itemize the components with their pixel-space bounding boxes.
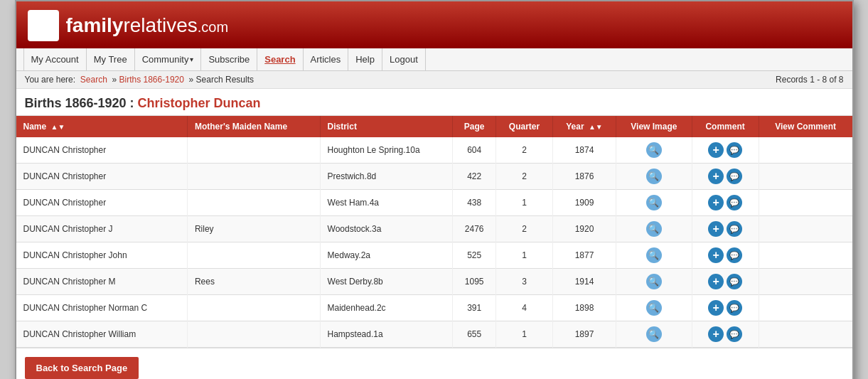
svg-rect-2	[34, 26, 41, 35]
add-comment-icon[interactable]: +	[708, 300, 724, 316]
results-table: Name ▲▼ Mother's Maiden Name District Pa…	[16, 116, 852, 348]
cell-quarter: 1	[496, 242, 552, 269]
view-image-icon[interactable]: 🔍	[646, 221, 662, 237]
cell-view-image[interactable]: 🔍	[616, 321, 692, 348]
cell-view-comment	[759, 242, 852, 269]
comment-bubble-icon[interactable]: 💬	[727, 221, 742, 237]
cell-view-image[interactable]: 🔍	[616, 242, 692, 269]
view-image-icon[interactable]: 🔍	[646, 142, 662, 158]
cell-view-comment	[759, 164, 852, 190]
cell-page: 1095	[453, 269, 496, 295]
comment-bubble-icon[interactable]: 💬	[727, 274, 742, 289]
cell-year: 1876	[552, 164, 616, 190]
cell-maiden	[187, 190, 320, 216]
cell-year: 1874	[552, 137, 616, 164]
cell-view-comment	[759, 295, 852, 321]
nav-subscribe[interactable]: Subscribe	[201, 48, 257, 70]
cell-year: 1920	[552, 216, 616, 242]
footer-bar: Back to Search Page	[16, 348, 852, 379]
nav-community[interactable]: Community ▾	[135, 48, 202, 70]
breadcrumb-current: Search Results	[196, 75, 254, 85]
view-image-icon[interactable]: 🔍	[646, 274, 662, 289]
add-comment-icon[interactable]: +	[708, 169, 724, 184]
nav-my-tree[interactable]: My Tree	[87, 48, 135, 70]
comment-bubble-icon[interactable]: 💬	[727, 169, 742, 184]
cell-view-comment	[759, 190, 852, 216]
nav-my-account[interactable]: My Account	[23, 48, 87, 70]
cell-district: Medway.2a	[320, 242, 452, 269]
breadcrumb: You are here: Search » Births 1866-1920 …	[25, 75, 254, 85]
col-view-comment: View Comment	[759, 116, 852, 137]
cell-page: 655	[453, 321, 496, 348]
nav-bar: My Account My Tree Community ▾ Subscribe…	[16, 48, 852, 71]
svg-rect-1	[44, 15, 51, 23]
cell-year: 1898	[552, 295, 616, 321]
cell-view-image[interactable]: 🔍	[616, 190, 692, 216]
add-comment-icon[interactable]: +	[708, 326, 724, 342]
cell-comment[interactable]: + 💬	[692, 137, 759, 164]
breadcrumb-births-link[interactable]: Births 1866-1920	[119, 75, 184, 85]
breadcrumb-search-link[interactable]: Search	[80, 75, 107, 85]
cell-view-image[interactable]: 🔍	[616, 137, 692, 164]
cell-comment[interactable]: + 💬	[692, 164, 759, 190]
cell-quarter: 3	[496, 269, 552, 295]
cell-district: West Ham.4a	[320, 190, 452, 216]
community-chevron: ▾	[190, 55, 193, 63]
nav-logout[interactable]: Logout	[382, 48, 426, 70]
cell-comment[interactable]: + 💬	[692, 242, 759, 269]
view-image-icon[interactable]: 🔍	[646, 326, 662, 342]
table-row: DUNCAN Christopher William Hampstead.1a …	[16, 321, 852, 348]
cell-year: 1909	[552, 190, 616, 216]
logo-icon	[28, 10, 59, 41]
cell-page: 438	[453, 190, 496, 216]
name-sort-arrows[interactable]: ▲▼	[51, 123, 65, 131]
cell-page: 525	[453, 242, 496, 269]
view-image-icon[interactable]: 🔍	[646, 169, 662, 184]
add-comment-icon[interactable]: +	[708, 247, 724, 263]
add-comment-icon[interactable]: +	[708, 142, 724, 158]
cell-maiden	[187, 295, 320, 321]
view-image-icon[interactable]: 🔍	[646, 247, 662, 263]
comment-bubble-icon[interactable]: 💬	[727, 195, 742, 210]
add-comment-icon[interactable]: +	[708, 195, 724, 210]
nav-search[interactable]: Search	[257, 48, 303, 70]
back-to-search-button[interactable]: Back to Search Page	[25, 357, 139, 379]
cell-comment[interactable]: + 💬	[692, 269, 759, 295]
cell-view-image[interactable]: 🔍	[616, 164, 692, 190]
you-are-here-label: You are here:	[25, 75, 76, 85]
cell-name: DUNCAN Christopher	[16, 137, 188, 164]
nav-articles[interactable]: Articles	[304, 48, 349, 70]
view-image-icon[interactable]: 🔍	[646, 300, 662, 316]
cell-view-image[interactable]: 🔍	[616, 295, 692, 321]
cell-comment[interactable]: + 💬	[692, 216, 759, 242]
table-row: DUNCAN Christopher West Ham.4a 438 1 190…	[16, 190, 852, 216]
view-image-icon[interactable]: 🔍	[646, 195, 662, 210]
cell-quarter: 2	[496, 137, 552, 164]
cell-district: Woodstock.3a	[320, 216, 452, 242]
comment-bubble-icon[interactable]: 💬	[727, 142, 742, 158]
cell-maiden	[187, 164, 320, 190]
cell-view-image[interactable]: 🔍	[616, 269, 692, 295]
comment-bubble-icon[interactable]: 💬	[727, 300, 742, 316]
cell-view-comment	[759, 137, 852, 164]
logo: familyrelatives.com	[28, 10, 229, 41]
cell-comment[interactable]: + 💬	[692, 190, 759, 216]
table-row: DUNCAN Christopher John Medway.2a 525 1 …	[16, 242, 852, 269]
add-comment-icon[interactable]: +	[708, 221, 724, 237]
add-comment-icon[interactable]: +	[708, 274, 724, 289]
cell-comment[interactable]: + 💬	[692, 295, 759, 321]
nav-help[interactable]: Help	[348, 48, 382, 70]
cell-name: DUNCAN Christopher John	[16, 242, 188, 269]
cell-view-image[interactable]: 🔍	[616, 216, 692, 242]
cell-year: 1877	[552, 242, 616, 269]
cell-comment[interactable]: + 💬	[692, 321, 759, 348]
year-sort-arrows[interactable]: ▲▼	[589, 123, 603, 131]
cell-page: 422	[453, 164, 496, 190]
cell-quarter: 4	[496, 295, 552, 321]
table-row: DUNCAN Christopher J Riley Woodstock.3a …	[16, 216, 852, 242]
svg-rect-0	[34, 15, 41, 23]
comment-bubble-icon[interactable]: 💬	[727, 247, 742, 263]
comment-bubble-icon[interactable]: 💬	[727, 326, 742, 342]
cell-maiden: Riley	[187, 216, 320, 242]
cell-name: DUNCAN Christopher	[16, 190, 188, 216]
